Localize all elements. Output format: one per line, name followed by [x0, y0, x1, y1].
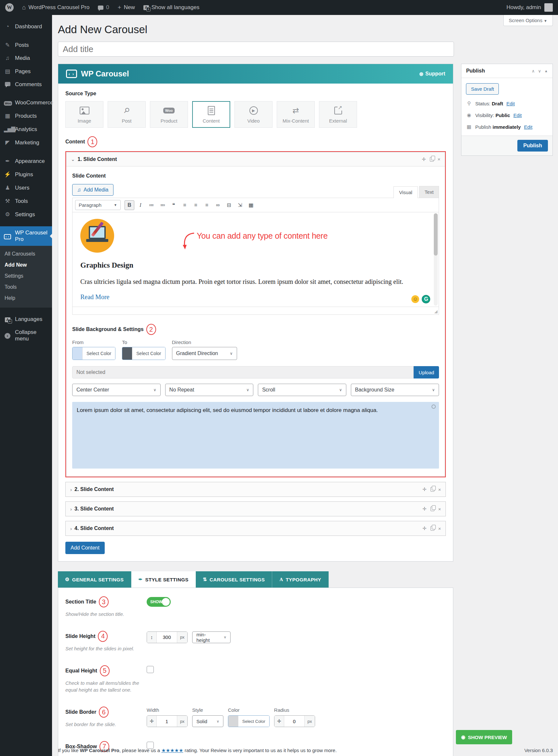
editor-scrollbar[interactable] [434, 213, 438, 306]
border-style-select[interactable]: Solid ∨ [192, 715, 223, 727]
sidebar-item-dashboard[interactable]: ◔ Dashboard [0, 20, 52, 33]
sidebar-item-marketing[interactable]: ◤ Marketing [0, 136, 52, 149]
sidebar-item-settings[interactable]: ⚙ Settings [0, 208, 52, 221]
new-menu[interactable]: + New [118, 4, 135, 11]
five-stars-link[interactable]: ★★★★★ [161, 748, 183, 753]
sidebar-item-wp-carousel-pro[interactable]: ‹ › WP Carousel Pro [0, 226, 52, 246]
italic-button[interactable]: I [135, 200, 145, 210]
delete-slide-icon[interactable]: × [438, 487, 441, 492]
show-all-languages[interactable]: A Show all languages [144, 4, 199, 11]
slide-2-row[interactable]: › 2. Slide Content ✛ × [66, 482, 446, 497]
border-width-input[interactable]: 1 [157, 716, 177, 727]
add-media-button[interactable]: ♫ Add Media [72, 184, 113, 196]
show-preview-button[interactable]: ◉ SHOW PREVIEW [456, 730, 512, 744]
sidebar-item-woocommerce[interactable]: Woo WooCommerce [0, 96, 52, 109]
source-type-mix-content[interactable]: ⇄ Mix-Content [277, 101, 315, 128]
blockquote-button[interactable]: ❝ [169, 200, 179, 210]
duplicate-slide-icon[interactable] [431, 526, 434, 531]
more-tag-button[interactable]: ⊟ [224, 200, 234, 210]
paragraph-format-select[interactable]: Paragraph ▼ [75, 200, 121, 210]
align-right-button[interactable]: ≡ [202, 200, 212, 210]
submenu-settings[interactable]: Settings [0, 271, 52, 282]
sidebar-item-users[interactable]: ♟ Users [0, 181, 52, 195]
duplicate-slide-icon[interactable] [431, 487, 434, 492]
publish-button[interactable]: Publish [517, 140, 548, 152]
howdy-admin[interactable]: Howdy, admin [507, 4, 541, 11]
wordpress-menu[interactable]: W [5, 3, 14, 12]
align-center-button[interactable]: ≡ [191, 200, 201, 210]
section-title-toggle[interactable]: SHOW [147, 597, 171, 607]
tab-style-settings[interactable]: ✒ STYLE SETTINGS [131, 571, 196, 587]
slide-3-row[interactable]: › 3. Slide Content ✛ × [66, 501, 446, 516]
border-color-picker[interactable]: Select Color [228, 715, 270, 727]
avatar[interactable] [544, 3, 553, 12]
numbered-list-button[interactable]: ≕ [158, 200, 168, 210]
edit-status-link[interactable]: Edit [506, 101, 515, 106]
gradient-to-color-picker[interactable]: Select Color [122, 347, 165, 360]
move-up-icon[interactable]: ∧ [532, 69, 535, 74]
source-type-image[interactable]: Image [66, 101, 103, 128]
duplicate-slide-icon[interactable] [430, 157, 434, 161]
read-more-link[interactable]: Read More [80, 293, 109, 301]
resize-grip-icon[interactable]: ◢ [434, 309, 437, 314]
sidebar-item-plugins[interactable]: ⚡ Plugins [0, 168, 52, 181]
gradient-from-color-picker[interactable]: Select Color [72, 347, 116, 360]
add-content-button[interactable]: Add Content [66, 542, 105, 554]
source-type-external[interactable]: External [319, 101, 357, 128]
submenu-help[interactable]: Help [0, 293, 52, 304]
source-type-video[interactable]: ▶ Video [234, 101, 273, 128]
submenu-add-new[interactable]: Add New [0, 259, 52, 271]
background-attachment-select[interactable]: Scroll∨ [258, 384, 346, 396]
save-draft-button[interactable]: Save Draft [466, 83, 499, 95]
background-repeat-select[interactable]: No Repeat∨ [165, 384, 254, 396]
submenu-tools[interactable]: Tools [0, 282, 52, 293]
source-type-product[interactable]: Woo Product [150, 101, 188, 128]
submenu-all-carousels[interactable]: All Carousels [0, 248, 52, 259]
title-input[interactable] [58, 42, 454, 56]
editor-content-area[interactable]: You can add any type of content here Gra… [73, 212, 439, 307]
sidebar-item-pages[interactable]: ▤ Pages [0, 65, 52, 78]
tab-text[interactable]: Text [419, 186, 439, 198]
align-left-button[interactable]: ≡ [180, 200, 189, 210]
toggle-panel-icon[interactable]: ▲ [544, 69, 548, 73]
move-slide-icon[interactable]: ✛ [422, 156, 426, 162]
delete-slide-icon[interactable]: × [438, 526, 441, 531]
sidebar-item-collapse-menu[interactable]: ‹ Collapse menu [0, 326, 52, 345]
slide-height-input[interactable]: 300 [157, 632, 177, 643]
background-position-select[interactable]: Center Center∨ [72, 384, 161, 396]
move-down-icon[interactable]: ∨ [538, 69, 541, 74]
duplicate-slide-icon[interactable] [431, 507, 434, 511]
sidebar-item-tools[interactable]: ⚒ Tools [0, 195, 52, 208]
tab-typography[interactable]: A TYPOGRAPHY [272, 571, 328, 587]
height-mode-select[interactable]: min-height ∨ [192, 631, 231, 643]
fullscreen-button[interactable]: ⇲ [235, 200, 245, 210]
emoji-icon[interactable]: ☺ [411, 295, 419, 303]
slide-4-row[interactable]: › 4. Slide Content ✛ × [66, 521, 446, 536]
edit-schedule-link[interactable]: Edit [524, 124, 532, 130]
equal-height-checkbox[interactable] [147, 666, 154, 673]
link-button[interactable]: ∞ [213, 200, 223, 210]
delete-slide-icon[interactable]: × [438, 506, 441, 512]
border-radius-input[interactable]: 0 [284, 716, 304, 727]
background-image-field[interactable]: Not selected [72, 366, 414, 378]
slide-caption-textarea[interactable]: Lorem ipsum dolor sit amet, consectetur … [72, 402, 439, 469]
sidebar-item-languages[interactable]: A Languages [0, 313, 52, 326]
sidebar-item-products[interactable]: ▦ Products [0, 109, 52, 123]
delete-slide-icon[interactable]: × [438, 156, 440, 162]
grammarly-icon[interactable]: G [422, 295, 430, 303]
upload-button[interactable]: Upload [414, 366, 439, 378]
move-slide-icon[interactable]: ✛ [423, 506, 427, 512]
sidebar-item-appearance[interactable]: ✒ Appearance [0, 154, 52, 168]
edit-visibility-link[interactable]: Edit [513, 112, 522, 118]
comments-admin-link[interactable]: 0 [98, 4, 109, 11]
sidebar-item-posts[interactable]: ✎ Posts [0, 39, 52, 52]
bold-button[interactable]: B [125, 200, 134, 210]
tab-carousel-settings[interactable]: ⇅ CAROUSEL SETTINGS [196, 571, 273, 587]
tab-general-settings[interactable]: ⚙ GENERAL SETTINGS [58, 571, 131, 587]
move-slide-icon[interactable]: ✛ [423, 486, 427, 492]
source-type-post[interactable]: ⚲ Post [108, 101, 146, 128]
support-link[interactable]: ⊛ Support [419, 71, 446, 77]
gradient-direction-select[interactable]: Gradient Direction ∨ [172, 347, 237, 360]
tab-visual[interactable]: Visual [394, 186, 418, 198]
source-type-content[interactable]: Content [192, 101, 230, 128]
